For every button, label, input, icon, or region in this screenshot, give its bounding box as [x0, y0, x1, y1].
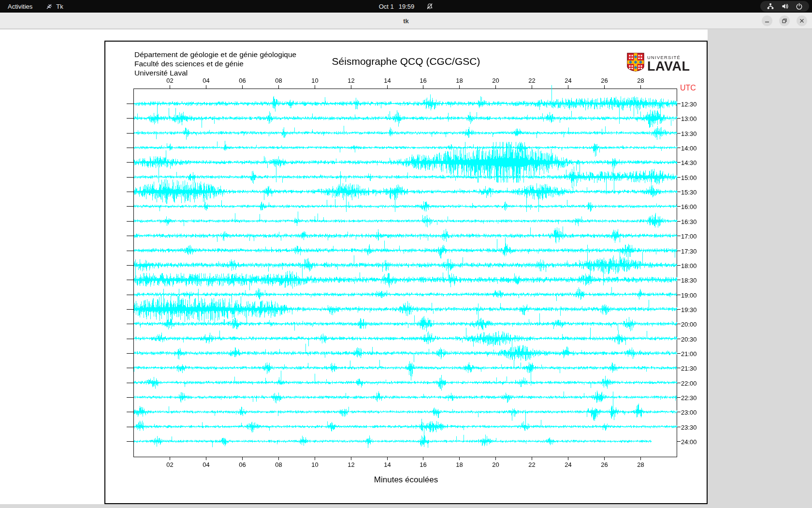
time-label: 20:30: [681, 335, 697, 343]
time-label: 20:00: [681, 320, 697, 328]
window-titlebar[interactable]: tk: [0, 13, 812, 29]
header-line-3: Université Laval: [134, 68, 296, 77]
x-tick-label-top: 12: [348, 77, 354, 84]
x-tick-label-bottom: 08: [275, 461, 282, 468]
x-tick-label-top: 14: [384, 77, 391, 84]
time-label: 13:00: [681, 115, 697, 122]
activities-label: Activities: [8, 3, 32, 10]
time-label: 23:30: [681, 423, 697, 431]
universite-laval-logo: UNIVERSITÉ LAVAL: [627, 53, 690, 74]
x-tick-label-bottom: 02: [166, 461, 173, 468]
x-tick-label-top: 04: [203, 77, 209, 84]
close-button[interactable]: [797, 15, 807, 26]
time-label: 16:00: [681, 203, 697, 210]
app-menu[interactable]: Tk: [46, 0, 63, 13]
tk-feather-icon: [46, 3, 53, 10]
notifications-disabled-icon: [426, 3, 433, 10]
time-label: 22:30: [681, 394, 697, 401]
x-tick-label-bottom: 14: [384, 461, 391, 468]
time-label: 14:30: [681, 159, 697, 166]
time-label: 17:30: [681, 247, 697, 254]
time-label: 12:30: [681, 100, 697, 107]
minimize-button[interactable]: [762, 15, 772, 26]
x-tick-label-top: 26: [601, 77, 608, 84]
time-label: 24:00: [681, 438, 697, 445]
gnome-top-bar: Activities Tk Oct 1 19:59: [0, 0, 812, 13]
x-tick-label-bottom: 22: [528, 461, 535, 468]
time-label: 21:30: [681, 364, 697, 372]
time-label: 19:30: [681, 306, 697, 313]
x-tick-label-bottom: 06: [239, 461, 246, 468]
x-tick-label-top: 16: [420, 77, 426, 84]
network-icon: [767, 2, 774, 10]
x-tick-label-top: 10: [311, 77, 318, 84]
x-tick-label-top: 08: [275, 77, 282, 84]
time-label: 15:30: [681, 188, 697, 195]
x-tick-label-bottom: 18: [456, 461, 463, 468]
time-label: 13:30: [681, 130, 697, 137]
app-menu-label: Tk: [56, 3, 63, 10]
power-icon: [796, 3, 803, 10]
x-tick-label-bottom: 20: [492, 461, 499, 468]
volume-icon: [781, 2, 789, 10]
x-tick-label-bottom: 16: [420, 461, 426, 468]
logo-laval-label: LAVAL: [647, 60, 690, 73]
x-tick-label-bottom: 12: [348, 461, 354, 468]
window-title: tk: [0, 13, 812, 29]
x-tick-label-top: 28: [637, 77, 644, 84]
x-axis-title: Minutes écoulées: [105, 475, 707, 485]
clock-menu[interactable]: Oct 1 19:59: [379, 0, 434, 13]
system-status-area[interactable]: [760, 1, 809, 12]
time-label: 14:00: [681, 144, 697, 151]
time-label: 18:00: [681, 262, 697, 269]
maximize-button[interactable]: [779, 15, 790, 26]
x-tick-label-top: 06: [239, 77, 246, 84]
time-label: 19:00: [681, 291, 697, 299]
time-label: 15:00: [681, 174, 697, 181]
seismograph-figure: Département de géologie et de génie géol…: [104, 41, 708, 504]
time-label: 16:30: [681, 218, 697, 225]
x-tick-label-top: 18: [456, 77, 463, 84]
x-tick-label-bottom: 10: [311, 461, 318, 468]
x-tick-label-top: 24: [565, 77, 571, 84]
utc-label: UTC: [680, 84, 696, 92]
x-tick-label-bottom: 04: [203, 461, 209, 468]
seismograph-canvas: [105, 42, 707, 503]
figure-title: Séismographe QCQ (CGC/GSC): [105, 56, 707, 67]
x-tick-label-top: 22: [528, 77, 535, 84]
x-tick-label-bottom: 24: [565, 461, 571, 468]
time-label: 18:30: [681, 276, 697, 284]
x-tick-label-bottom: 26: [601, 461, 608, 468]
x-tick-label-bottom: 28: [637, 461, 644, 468]
time-label: 21:00: [681, 350, 697, 357]
time-label: 23:00: [681, 408, 697, 416]
time-label: 22:00: [681, 379, 697, 387]
clock-time: 19:59: [399, 3, 415, 10]
time-label: 17:00: [681, 232, 697, 239]
x-tick-label-top: 02: [166, 77, 173, 84]
x-tick-label-top: 20: [492, 77, 499, 84]
laval-shield-icon: [627, 53, 644, 74]
clock-date: Oct 1: [379, 3, 394, 10]
activities-button[interactable]: Activities: [8, 0, 32, 13]
